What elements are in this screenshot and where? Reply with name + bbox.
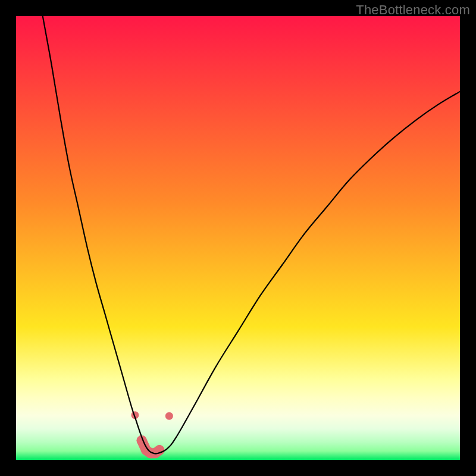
chart-frame: TheBottleneck.com bbox=[0, 0, 476, 476]
heatmap-background bbox=[16, 16, 460, 460]
chart-svg bbox=[16, 16, 460, 460]
marker-dot bbox=[165, 412, 173, 420]
chart-plot-area bbox=[16, 16, 460, 460]
watermark-text: TheBottleneck.com bbox=[356, 2, 470, 18]
